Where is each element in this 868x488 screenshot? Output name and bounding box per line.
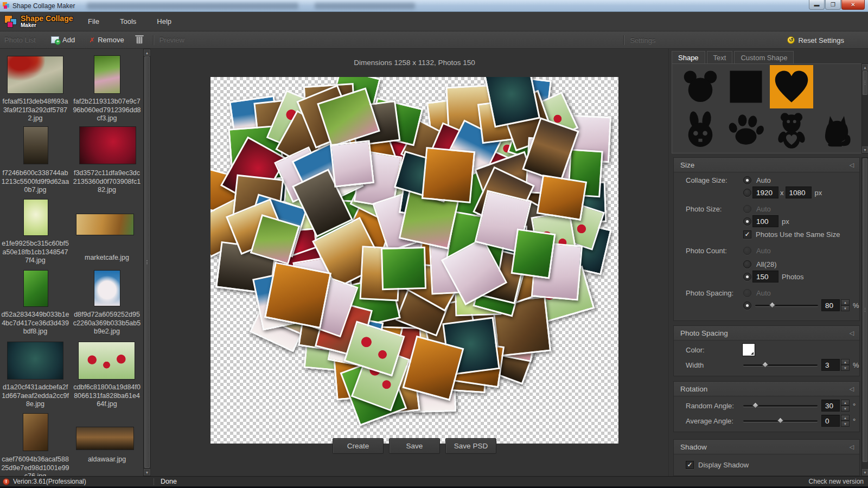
photos-label: Photos: [782, 273, 803, 281]
shape-cat-icon: [818, 111, 857, 150]
menu-tools[interactable]: Tools: [113, 14, 143, 29]
shape-grid-scrollbar[interactable]: ▲ ▼: [861, 63, 868, 153]
scroll-down-arrow[interactable]: ▼: [862, 469, 868, 476]
photo-spacing-custom-radio[interactable]: [743, 301, 751, 310]
shape-option-moon[interactable]: [815, 65, 859, 108]
collapse-arrow-icon[interactable]: ◁: [850, 386, 854, 393]
collage-size-custom-radio[interactable]: [743, 189, 751, 197]
photo-spacing-input[interactable]: [821, 299, 840, 311]
photo-thumbnail[interactable]: [76, 214, 134, 235]
settings-panel: ShapeTextCustom Shape Size ◁ Collage Siz…: [668, 49, 868, 476]
add-photo-icon: [51, 36, 59, 43]
random-angle-slider[interactable]: [743, 402, 818, 409]
restore-button[interactable]: ❐: [825, 0, 841, 10]
tab-custom-shape[interactable]: Custom Shape: [734, 51, 794, 64]
app-logo: Shape Collage Maker: [4, 15, 75, 29]
tab-shape[interactable]: Shape: [672, 51, 705, 64]
display-shadow-checkbox[interactable]: ✓: [686, 461, 694, 469]
photo-spacing-section-header[interactable]: Photo Spacing ◁: [674, 326, 859, 341]
shape-option-cat[interactable]: [815, 108, 859, 152]
photo-thumbnail[interactable]: [76, 427, 134, 450]
tab-text[interactable]: Text: [707, 51, 733, 64]
shadow-section-header[interactable]: Shadow ◁: [674, 440, 859, 454]
shape-option-paw[interactable]: [724, 108, 768, 152]
random-angle-label: Random Angle:: [686, 402, 734, 410]
average-angle-input[interactable]: [821, 415, 840, 427]
shape-option-bear[interactable]: [770, 108, 813, 152]
scrollbar-thumb[interactable]: [863, 71, 867, 95]
photo-spacing-spinner[interactable]: ▲▼: [841, 299, 850, 311]
photo-thumbnail[interactable]: [23, 199, 48, 236]
settings-label: Settings: [630, 36, 695, 44]
photo-thumbnail[interactable]: [23, 413, 48, 451]
scroll-up-arrow[interactable]: ▲: [144, 49, 150, 56]
remove-button[interactable]: ✗ Remove: [85, 34, 128, 46]
percent-label: %: [853, 361, 859, 369]
shape-heart-icon: [772, 67, 811, 106]
average-angle-spinner[interactable]: ▲▼: [841, 415, 850, 427]
minimize-button[interactable]: ▬: [809, 0, 825, 10]
photo-count-auto-radio[interactable]: [743, 247, 751, 255]
save-button[interactable]: Save: [389, 438, 440, 454]
shape-option-heart[interactable]: [770, 65, 813, 108]
spacing-color-swatch[interactable]: [743, 344, 755, 356]
collage-width-input[interactable]: [752, 187, 778, 198]
menu-file[interactable]: File: [81, 14, 106, 29]
photo-spacing-auto-radio[interactable]: [743, 289, 751, 297]
blurred-title-text: [315, 3, 415, 9]
window-title: Shape Collage Maker: [12, 2, 75, 10]
shape-option-mickey[interactable]: [679, 65, 722, 108]
collage-size-auto-radio[interactable]: [743, 176, 751, 184]
scrollbar-thumb[interactable]: [144, 56, 150, 468]
menu-help[interactable]: Help: [150, 14, 178, 29]
photo-thumbnail[interactable]: [94, 270, 120, 306]
scroll-up-arrow[interactable]: ▲: [862, 64, 868, 70]
random-angle-input[interactable]: [821, 400, 840, 412]
collapse-arrow-icon[interactable]: ◁: [850, 330, 854, 337]
spacing-width-spinner[interactable]: ▲▼: [841, 359, 850, 371]
collage-photo: [421, 147, 475, 203]
photo-filename: aldawaar.jpg: [73, 455, 141, 464]
check-new-version-link[interactable]: Check new version: [809, 478, 864, 485]
photo-size-custom-radio[interactable]: [743, 217, 751, 226]
collage-height-input[interactable]: [786, 187, 812, 198]
same-size-checkbox[interactable]: ✓: [743, 230, 751, 239]
status-divider: [154, 478, 154, 485]
photo-spacing-slider[interactable]: [755, 301, 818, 309]
rotation-section-header[interactable]: Rotation ◁: [674, 382, 859, 396]
random-angle-spinner[interactable]: ▲▼: [841, 400, 850, 412]
reset-settings-button[interactable]: ↺ Reset Settings: [787, 36, 844, 44]
photo-thumbnail[interactable]: [7, 342, 63, 380]
same-size-label: Photos Use the Same Size: [756, 230, 840, 239]
collapse-arrow-icon[interactable]: ◁: [850, 444, 854, 451]
photo-thumbnail[interactable]: [7, 56, 63, 94]
save-psd-button[interactable]: Save PSD: [445, 438, 496, 454]
collapse-arrow-icon[interactable]: ◁: [850, 162, 854, 169]
shape-mickey-icon: [681, 67, 720, 106]
trash-icon[interactable]: [136, 36, 143, 44]
scroll-down-arrow[interactable]: ▼: [862, 146, 868, 153]
scrollbar-thumb[interactable]: [863, 158, 867, 462]
photo-thumbnail[interactable]: [78, 342, 135, 380]
photo-thumbnail[interactable]: [94, 55, 120, 94]
photo-size-input[interactable]: [752, 215, 778, 227]
photo-count-all-radio[interactable]: [743, 260, 751, 268]
photo-thumbnail[interactable]: [79, 126, 136, 164]
photo-thumbnail[interactable]: [23, 270, 48, 307]
average-angle-slider[interactable]: [743, 417, 818, 425]
size-section-header[interactable]: Size ◁: [674, 158, 859, 172]
spacing-width-input[interactable]: [821, 359, 840, 371]
photo-thumbnail[interactable]: [23, 126, 48, 164]
close-button[interactable]: ✕: [841, 0, 865, 10]
spacing-width-slider[interactable]: [743, 361, 818, 369]
add-button[interactable]: Add: [47, 34, 79, 46]
settings-scrollbar[interactable]: ▼: [861, 157, 868, 476]
shape-option-square[interactable]: [724, 65, 768, 108]
scroll-down-arrow[interactable]: ▼: [144, 469, 150, 476]
create-button[interactable]: Create: [333, 438, 384, 454]
shape-option-rabbit[interactable]: [679, 108, 722, 152]
photo-size-auto-radio[interactable]: [743, 205, 751, 213]
photo-count-input[interactable]: [752, 271, 778, 282]
photo-list-scrollbar[interactable]: ▲ ▼: [143, 49, 151, 476]
photo-count-custom-radio[interactable]: [743, 273, 751, 281]
